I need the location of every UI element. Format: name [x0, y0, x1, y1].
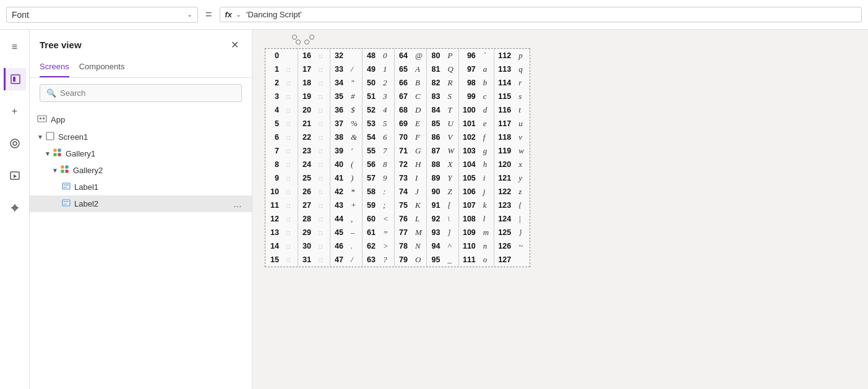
char-num: 45 [330, 226, 347, 239]
handle-top-right[interactable] [309, 35, 314, 40]
char-glyph: C [411, 90, 426, 103]
char-glyph: □ [283, 171, 298, 185]
icon-bar-add[interactable]: + [4, 100, 26, 122]
tree-item-gallery1[interactable]: ▼ Gallery1 [30, 145, 252, 162]
char-glyph: t [515, 103, 530, 117]
char-glyph: j [479, 185, 494, 199]
char-num: 3 [265, 90, 283, 103]
char-num: 75 [394, 199, 411, 212]
char-num: 92 [426, 212, 444, 226]
char-num: 6 [265, 130, 283, 144]
char-glyph: \ [444, 212, 458, 226]
handle-tl[interactable] [296, 40, 301, 45]
icon-bar-media[interactable] [4, 165, 26, 187]
sidebar-header: Tree view ✕ [30, 30, 252, 57]
char-glyph: ` [479, 49, 494, 62]
char-glyph: Q [444, 62, 458, 76]
svg-rect-9 [46, 132, 54, 140]
char-num: 102 [458, 130, 479, 144]
icon-bar-data[interactable] [4, 132, 26, 155]
char-glyph: M [411, 226, 426, 239]
svg-rect-19 [62, 200, 70, 206]
char-num: 67 [394, 90, 411, 103]
char-glyph: : [379, 185, 394, 199]
char-glyph: c [479, 90, 494, 103]
char-glyph: # [347, 90, 362, 103]
table-row: 14□30□46.62>78N94^110n126~ [265, 239, 530, 253]
gallery1-icon [53, 148, 62, 159]
char-glyph: W [444, 144, 458, 158]
tree-item-label2[interactable]: Label2 … [30, 195, 252, 212]
font-dropdown[interactable]: Font ⌄ [6, 7, 198, 23]
char-glyph: / [347, 62, 362, 76]
char-num: 4 [265, 103, 283, 117]
char-glyph: g [479, 144, 494, 158]
svg-rect-6 [38, 116, 46, 122]
label2-icon [62, 199, 71, 209]
tab-components[interactable]: Components [79, 57, 125, 77]
char-glyph: □ [283, 117, 298, 130]
char-num: 57 [362, 171, 379, 185]
char-num: 116 [494, 103, 515, 117]
char-glyph: □ [283, 76, 298, 90]
char-glyph: I [411, 171, 426, 185]
char-table-container: 016□3248064@80P96`112p1□17□33/49165A81Q9… [265, 48, 530, 267]
table-row: 5□21□37%53569E85U101e117u [265, 117, 530, 130]
icon-bar-layers[interactable] [4, 68, 26, 90]
char-glyph: q [515, 62, 530, 76]
char-num: 17 [298, 62, 315, 76]
char-num: 56 [362, 158, 379, 171]
canvas-area[interactable]: 016□3248064@80P96`112p1□17□33/49165A81Q9… [252, 30, 868, 389]
char-glyph: ' [347, 144, 362, 158]
char-glyph: O [411, 253, 426, 267]
handle-tr[interactable] [304, 40, 309, 45]
char-num: 78 [394, 239, 411, 253]
icon-bar: ≡ + [0, 30, 30, 389]
tree-item-label1[interactable]: Label1 [30, 179, 252, 195]
char-glyph: R [444, 76, 458, 90]
char-num: 8 [265, 158, 283, 171]
svg-rect-13 [58, 153, 61, 156]
tree-content: App ▼ Screen1 ▼ [30, 108, 252, 389]
table-row: 3□19□35#51367C83S99c115s [265, 90, 530, 103]
char-num: 37 [330, 117, 347, 130]
char-glyph: ( [347, 158, 362, 171]
char-num: 100 [458, 103, 479, 117]
char-glyph: G [411, 144, 426, 158]
char-glyph: □ [283, 212, 298, 226]
char-glyph: Z [444, 185, 458, 199]
char-glyph: < [379, 212, 394, 226]
search-input[interactable] [60, 88, 235, 98]
char-glyph: □ [315, 158, 330, 171]
char-glyph: s [515, 90, 530, 103]
char-glyph: □ [283, 130, 298, 144]
char-glyph: , [347, 212, 362, 226]
char-glyph: o [479, 253, 494, 267]
icon-bar-tools[interactable] [4, 197, 26, 219]
char-glyph: d [479, 103, 494, 117]
char-glyph: □ [315, 144, 330, 158]
handle-top-left[interactable] [292, 35, 297, 40]
char-glyph: $ [347, 103, 362, 117]
char-glyph: l [479, 212, 494, 226]
char-glyph: { [515, 199, 530, 212]
tree-item-screen1[interactable]: ▼ Screen1 [30, 129, 252, 145]
char-num: 82 [426, 76, 444, 90]
char-glyph: E [411, 117, 426, 130]
screen1-chevron: ▼ [37, 134, 43, 140]
tree-item-app[interactable]: App [30, 111, 252, 129]
search-bar[interactable]: 🔍 [40, 84, 242, 102]
formula-bar[interactable]: fx ⌄ 'Dancing Script' [220, 7, 862, 22]
char-glyph: □ [283, 103, 298, 117]
label2-actions[interactable]: … [233, 199, 242, 209]
tab-screens[interactable]: Screens [40, 57, 69, 77]
icon-bar-menu[interactable]: ≡ [4, 36, 26, 58]
sidebar-close-button[interactable]: ✕ [227, 37, 242, 52]
char-num: 118 [494, 130, 515, 144]
char-glyph: x [515, 158, 530, 171]
tree-item-gallery2[interactable]: ▼ Gallery2 [30, 162, 252, 179]
gallery1-chevron: ▼ [45, 150, 51, 157]
char-num: 125 [494, 226, 515, 239]
tree-app-label: App [51, 115, 242, 124]
char-num: 72 [394, 158, 411, 171]
